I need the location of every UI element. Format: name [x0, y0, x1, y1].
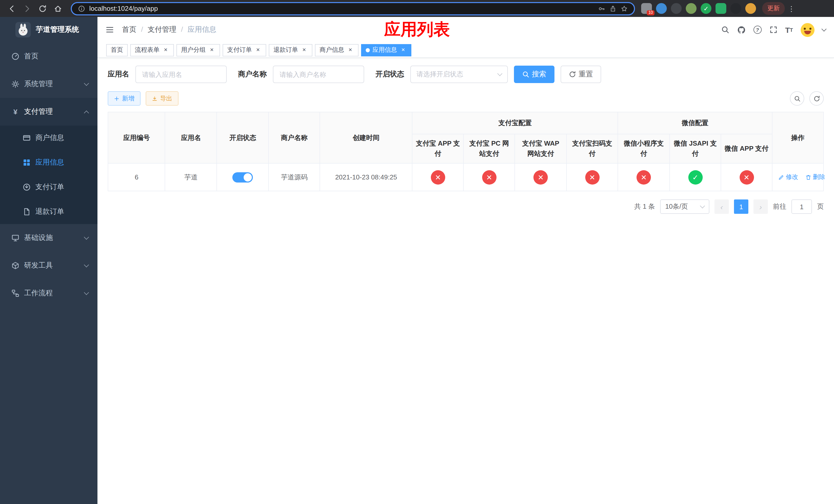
cell-app-name: 芋道: [165, 164, 217, 191]
tab-app-info[interactable]: 应用信息: [361, 44, 411, 56]
cube-icon: [11, 261, 20, 270]
delete-link[interactable]: 删除: [805, 173, 825, 182]
tab-home[interactable]: 首页: [106, 44, 128, 56]
share-icon[interactable]: [609, 5, 616, 12]
browser-menu-icon[interactable]: [787, 4, 796, 13]
browser-forward-button[interactable]: [21, 2, 34, 15]
help-icon[interactable]: [753, 26, 762, 34]
tab-close-icon[interactable]: [208, 46, 215, 53]
tab-close-icon[interactable]: [162, 46, 169, 53]
extension-icon-4[interactable]: [686, 3, 697, 14]
alipay-pc-status-icon: ✕: [482, 170, 497, 185]
alipay-app-status-icon: ✕: [431, 170, 445, 185]
sidebar-item-infrastructure[interactable]: 基础设施: [0, 224, 97, 252]
status-select[interactable]: 请选择开启状态: [410, 66, 508, 83]
cell-created-time: 2021-10-23 08:49:25: [320, 164, 412, 191]
extensions-area: 10 ✓: [641, 3, 756, 14]
sidebar-item-home[interactable]: 首页: [0, 43, 97, 70]
extension-icon-3[interactable]: [671, 3, 682, 14]
delete-link-label: 删除: [813, 173, 825, 182]
alipay-wap-status-icon: ✕: [533, 170, 548, 185]
sidebar-item-merchant-info[interactable]: 商户信息: [0, 125, 97, 150]
tab-close-icon[interactable]: [301, 46, 308, 53]
tab-close-icon[interactable]: [347, 46, 354, 53]
extension-icon-1[interactable]: 10: [641, 3, 652, 14]
sidebar-item-refund-orders[interactable]: 退款订单: [0, 200, 97, 224]
trash-icon: [805, 174, 811, 180]
sidebar: 芋道管理系统 首页 系统管理 支付管理 商户信息: [0, 17, 97, 504]
chevron-up-icon: [84, 110, 89, 115]
refresh-table-button[interactable]: [809, 91, 824, 106]
tab-user-group[interactable]: 用户分组: [176, 44, 220, 56]
col-header-alipay-qr: 支付宝扫码支付: [567, 134, 618, 164]
add-button-label: 新增: [122, 94, 134, 103]
sidebar-item-workflow[interactable]: 工作流程: [0, 279, 97, 307]
chevron-down-icon: [497, 71, 502, 76]
browser-update-button[interactable]: 更新: [762, 2, 785, 15]
edit-link[interactable]: 修改: [778, 173, 798, 182]
extension-icon-7[interactable]: [730, 3, 741, 14]
table-row: 6 芋道 芋道源码 2021-10-23 08:49:25 ✕ ✕ ✕ ✕ ✕ …: [108, 164, 824, 191]
browser-toolbar: localhost:1024/pay/app 10 ✓ 更新: [0, 0, 834, 17]
flow-icon: [11, 289, 20, 297]
app-name-input[interactable]: [135, 66, 227, 83]
sidebar-item-label: 研发工具: [24, 261, 53, 270]
sidebar-item-payment-orders[interactable]: 支付订单: [0, 175, 97, 200]
sidebar-toggle-icon[interactable]: [106, 26, 114, 34]
sidebar-item-label: 支付管理: [24, 107, 53, 116]
site-info-icon[interactable]: [78, 5, 85, 12]
browser-reload-button[interactable]: [36, 2, 49, 15]
search-icon[interactable]: [721, 26, 729, 34]
bookmark-star-icon[interactable]: [621, 5, 628, 12]
toggle-search-button[interactable]: [790, 91, 804, 106]
goto-page-input[interactable]: [791, 200, 812, 214]
app-title: 芋道管理系统: [36, 25, 79, 35]
avatar-icon: [801, 23, 814, 37]
filter-label-app-name: 应用名: [108, 70, 129, 79]
payment-submenu: 商户信息 应用信息 支付订单 退款订单: [0, 125, 97, 224]
plus-icon: [114, 96, 119, 101]
sidebar-item-app-info[interactable]: 应用信息: [0, 150, 97, 175]
github-icon[interactable]: [737, 25, 746, 34]
tab-close-icon[interactable]: [255, 46, 262, 53]
sidebar-item-dev-tools[interactable]: 研发工具: [0, 252, 97, 279]
user-avatar[interactable]: [801, 23, 814, 37]
sidebar-item-label: 支付订单: [36, 183, 64, 192]
search-button[interactable]: 搜索: [514, 66, 554, 83]
prev-page-button[interactable]: [715, 200, 729, 214]
sidebar-item-label: 基础设施: [24, 233, 53, 243]
sidebar-item-label: 应用信息: [36, 158, 64, 167]
browser-back-button[interactable]: [5, 2, 19, 15]
status-toggle[interactable]: [233, 172, 253, 183]
export-button[interactable]: 导出: [146, 91, 178, 106]
add-button[interactable]: 新增: [108, 91, 140, 106]
fullscreen-icon[interactable]: [769, 26, 777, 34]
extension-icon-5[interactable]: ✓: [701, 3, 711, 14]
chevron-down-icon[interactable]: [821, 26, 827, 31]
tab-close-icon[interactable]: [399, 46, 407, 53]
tab-payment-orders[interactable]: 支付订单: [223, 44, 266, 56]
breadcrumb-item-payment[interactable]: 支付管理: [148, 25, 188, 35]
merchant-name-input[interactable]: [273, 66, 364, 83]
tab-process-form[interactable]: 流程表单: [130, 44, 174, 56]
tab-label: 用户分组: [181, 46, 206, 54]
font-size-icon[interactable]: [785, 25, 793, 34]
logo-avatar-icon: [15, 22, 31, 38]
sidebar-item-payment[interactable]: 支付管理: [0, 98, 97, 125]
tab-merchant-info[interactable]: 商户信息: [315, 44, 358, 56]
app-logo[interactable]: 芋道管理系统: [0, 17, 97, 43]
address-bar[interactable]: localhost:1024/pay/app: [71, 2, 635, 15]
reset-button[interactable]: 重置: [561, 66, 601, 83]
extension-icon-2[interactable]: [656, 3, 667, 14]
tab-label: 流程表单: [135, 46, 159, 54]
browser-home-button[interactable]: [51, 2, 65, 15]
sidebar-item-system[interactable]: 系统管理: [0, 70, 97, 98]
next-page-button[interactable]: [753, 200, 768, 214]
page-size-select[interactable]: 10条/页: [660, 200, 709, 214]
password-key-icon[interactable]: [598, 5, 605, 12]
extension-icon-8[interactable]: [745, 3, 756, 14]
breadcrumb-item-home[interactable]: 首页: [122, 25, 148, 35]
page-number-button[interactable]: 1: [734, 200, 748, 214]
tab-refund-orders[interactable]: 退款订单: [269, 44, 312, 56]
extension-icon-6[interactable]: [716, 3, 726, 14]
